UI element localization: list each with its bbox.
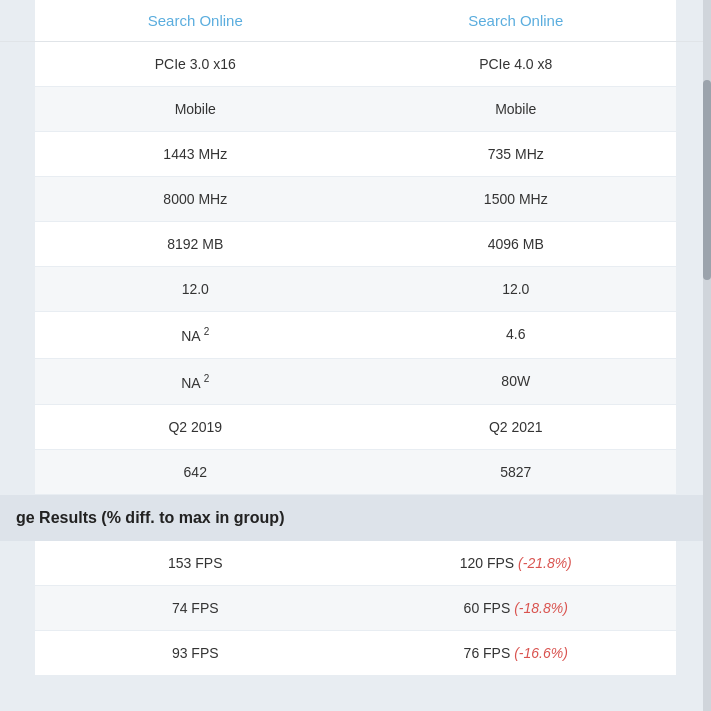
section-header: ge Results (% diff. to max in group) [0,495,711,541]
fps-col2: 76 FPS (-16.6%) [356,631,677,675]
fps-col1: 153 FPS [35,541,356,585]
left-spacer [0,312,35,358]
cell-col1: 8000 MHz [35,177,356,221]
table-row: 1443 MHz 735 MHz [0,132,711,177]
comparison-table: Search Online Search Online PCIe 3.0 x16… [0,0,711,676]
left-spacer [0,586,35,630]
fps-col2: 120 FPS (-21.8%) [356,541,677,585]
fps-col2: 60 FPS (-18.8%) [356,586,677,630]
cell-col1: Mobile [35,87,356,131]
table-row: 8192 MB 4096 MB [0,222,711,267]
cell-col2: Mobile [356,87,677,131]
fps-diff: (-16.6%) [514,645,568,661]
cell-col1: Q2 2019 [35,405,356,449]
fps-row: 93 FPS 76 FPS (-16.6%) [0,631,711,676]
cell-col2: Q2 2021 [356,405,677,449]
superscript: 2 [204,373,210,384]
fps-diff: (-18.8%) [514,600,568,616]
table-row: 12.0 12.0 [0,267,711,312]
fps-value: 120 FPS [460,555,518,571]
table-row: PCIe 3.0 x16 PCIe 4.0 x8 [0,42,711,87]
left-spacer [0,132,35,176]
fps-row: 153 FPS 120 FPS (-21.8%) [0,541,711,586]
page-wrapper: Search Online Search Online PCIe 3.0 x16… [0,0,711,676]
col1-header[interactable]: Search Online [35,0,356,42]
cell-col2: 5827 [356,450,677,494]
left-spacer [0,222,35,266]
table-row: Q2 2019 Q2 2021 [0,405,711,450]
superscript: 2 [204,326,210,337]
fps-row: 74 FPS 60 FPS (-18.8%) [0,586,711,631]
cell-col2: 735 MHz [356,132,677,176]
fps-value: 76 FPS [464,645,515,661]
cell-col1: 1443 MHz [35,132,356,176]
left-spacer [0,177,35,221]
scrollbar-track[interactable] [703,0,711,711]
cell-col2: PCIe 4.0 x8 [356,42,677,86]
table-row: Mobile Mobile [0,87,711,132]
left-spacer [0,359,35,405]
left-spacer [0,450,35,494]
left-spacer [0,405,35,449]
table-row: 8000 MHz 1500 MHz [0,177,711,222]
cell-col1: 642 [35,450,356,494]
cell-col1: 8192 MB [35,222,356,266]
cell-col1: NA 2 [35,359,356,405]
table-row: 642 5827 [0,450,711,495]
cell-col2: 4096 MB [356,222,677,266]
left-spacer [0,541,35,585]
left-spacer [0,631,35,675]
cell-col1: 12.0 [35,267,356,311]
cell-col1: PCIe 3.0 x16 [35,42,356,86]
cell-col2: 1500 MHz [356,177,677,221]
table-row: NA 2 80W [0,359,711,406]
fps-diff: (-21.8%) [518,555,572,571]
cell-col1: NA 2 [35,312,356,358]
fps-col1: 74 FPS [35,586,356,630]
left-spacer [0,87,35,131]
fps-value: 60 FPS [464,600,515,616]
table-row: NA 2 4.6 [0,312,711,359]
table-header: Search Online Search Online [0,0,711,42]
scrollbar-thumb[interactable] [703,80,711,280]
cell-col2: 4.6 [356,312,677,358]
cell-col2: 12.0 [356,267,677,311]
left-spacer [0,267,35,311]
left-spacer-header [0,0,35,42]
col2-header[interactable]: Search Online [356,0,677,42]
left-spacer [0,42,35,86]
fps-col1: 93 FPS [35,631,356,675]
cell-col2: 80W [356,359,677,405]
